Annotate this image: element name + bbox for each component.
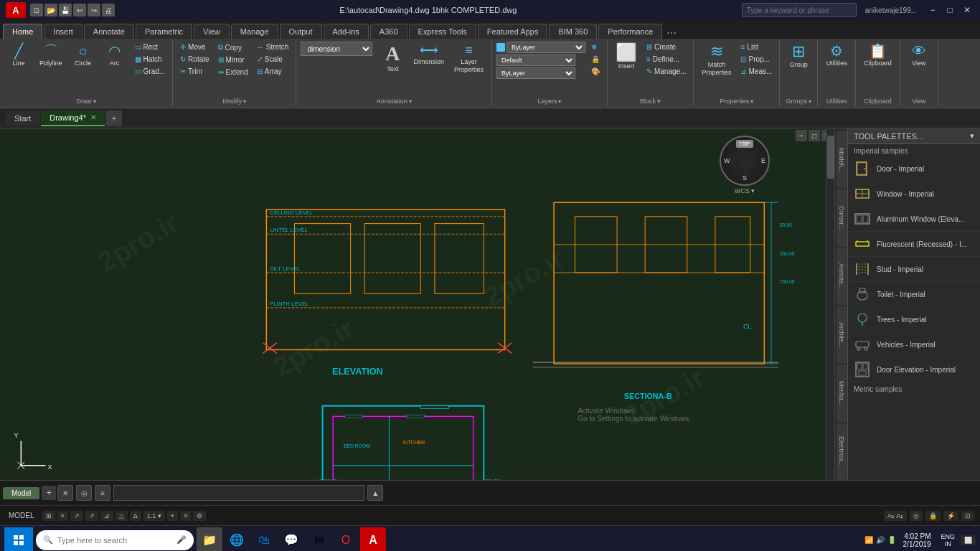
tp-item-vehicles[interactable]: Vehicles - Imperial xyxy=(848,332,980,357)
tp-item-door[interactable]: Door - Imperial xyxy=(848,156,980,182)
ortho-toggle[interactable]: ↗ xyxy=(70,511,83,521)
insert-button[interactable]: ⬜ Insert xyxy=(612,42,641,72)
tab-a360[interactable]: A360 xyxy=(370,24,407,39)
dimension-button[interactable]: ⟷ Dimension xyxy=(410,42,448,68)
tp-item-door-elevation[interactable]: Door Elevation - Imperial xyxy=(848,357,980,382)
freeze-btn[interactable]: ❄ xyxy=(588,42,603,52)
taskbar-store[interactable]: 🛍 xyxy=(251,527,277,552)
close-button[interactable]: ✕ xyxy=(960,3,974,17)
move-btn[interactable]: ✛ Move xyxy=(177,42,212,52)
bylayer-linetype[interactable]: ByLayer xyxy=(496,67,575,79)
tab-performance[interactable]: Performance xyxy=(598,24,662,39)
qa-open[interactable]: 📂 xyxy=(44,4,57,17)
taskbar-clock[interactable]: 4:02 PM 2/1/2019 xyxy=(899,532,936,548)
define-attr-btn[interactable]: ≡ Define... xyxy=(644,54,689,65)
scale-btn[interactable]: ⤢ Scale xyxy=(254,54,292,65)
tray-network[interactable]: 📶 xyxy=(864,536,873,544)
text-button[interactable]: A Text xyxy=(378,42,407,75)
maximize-button[interactable]: □ xyxy=(943,3,957,17)
minimize-viewport[interactable]: − xyxy=(796,130,807,141)
hatch-btn[interactable]: ▦ Hatch xyxy=(132,54,169,65)
layout-add-button[interactable]: + xyxy=(42,486,56,500)
tab-express[interactable]: Express Tools xyxy=(409,24,476,39)
tray-speaker[interactable]: 🔊 xyxy=(876,536,885,544)
doc-tab-drawing4[interactable]: Drawing4* ✕ xyxy=(41,110,105,126)
extend-btn[interactable]: ⇔ Extend xyxy=(215,67,251,77)
scrollbar-thumb[interactable] xyxy=(827,136,834,179)
default-dropdown[interactable]: Default xyxy=(496,55,575,66)
command-btn2[interactable]: ◎ xyxy=(76,485,92,501)
command-expand[interactable]: ▲ xyxy=(367,485,383,501)
stretch-btn[interactable]: ↔ Stretch xyxy=(254,42,292,52)
utilities-button[interactable]: ⚙ Utilities xyxy=(822,42,851,70)
array-btn[interactable]: ⊟ Array xyxy=(254,66,292,77)
byLayer-dropdown[interactable]: ByLayer xyxy=(507,42,585,53)
polar-toggle[interactable]: ↗ xyxy=(85,511,98,521)
clipboard-button[interactable]: 📋 Clipboard xyxy=(860,42,895,70)
properties-btn[interactable]: ⊟ Prop... xyxy=(738,54,775,65)
hardware-accel-btn[interactable]: ⚡ xyxy=(943,511,958,521)
qa-new[interactable]: 🗋 xyxy=(30,4,43,17)
view-button[interactable]: 👁 View xyxy=(905,42,933,70)
drawing4-close-icon[interactable]: ✕ xyxy=(90,113,96,121)
rotate-btn[interactable]: ↻ Rotate xyxy=(177,54,212,65)
tab-parametric[interactable]: Parametric xyxy=(136,24,192,39)
lock-btn[interactable]: 🔒 xyxy=(588,54,603,65)
qa-save[interactable]: 💾 xyxy=(59,4,72,17)
layer-dropdown[interactable]: dimension xyxy=(301,42,372,56)
tp-item-trees[interactable]: Trees - Imperial xyxy=(848,307,980,332)
tool-palettes-header[interactable]: TOOL PALETTES... ▾ xyxy=(848,128,980,144)
doc-tab-start[interactable]: Start xyxy=(6,111,39,126)
tab-addins[interactable]: Add-ins xyxy=(324,24,369,39)
tp-item-toilet[interactable]: Toilet - Imperial xyxy=(848,282,980,307)
lock-ui-btn[interactable]: 🔒 xyxy=(925,511,941,521)
palette-tab-mecha[interactable]: Mecha... xyxy=(837,364,847,421)
gradient-btn[interactable]: ▭ Grad... xyxy=(132,66,169,77)
maximize-viewport[interactable]: □ xyxy=(809,130,820,141)
palette-tab-annota[interactable]: Annota... xyxy=(837,248,847,305)
create-block-btn[interactable]: ⊞ Create xyxy=(644,42,689,52)
arc-button[interactable]: ◠ Arc xyxy=(100,42,129,70)
new-tab-button[interactable]: + xyxy=(106,110,122,126)
taskbar-edge[interactable]: 🌐 xyxy=(224,527,250,552)
model-tab[interactable]: Model xyxy=(3,487,39,499)
color-btn[interactable]: 🎨 xyxy=(588,66,603,77)
tab-manage[interactable]: Manage xyxy=(231,24,278,39)
minimize-button[interactable]: − xyxy=(925,3,940,17)
palette-tab-modeli[interactable]: Modeli... xyxy=(837,131,847,188)
taskbar-opera[interactable]: O xyxy=(333,527,359,552)
ribbon-expand[interactable]: ⋯ xyxy=(666,27,677,39)
match-properties-button[interactable]: ≋ MatchProperties xyxy=(698,42,735,79)
tp-item-fluorescent[interactable]: Fluorescent (Recessed) - I... xyxy=(848,232,980,257)
navigation-cube[interactable]: TOP N S W E WCS ▾ xyxy=(720,136,770,194)
rectangle-btn[interactable]: ▭ Rect xyxy=(132,42,169,52)
tab-output[interactable]: Output xyxy=(280,24,322,39)
taskbar-whatsapp[interactable]: 💬 xyxy=(278,527,304,552)
taskbar-search-bar[interactable]: 🔍 🎤 xyxy=(36,530,194,550)
tray-battery[interactable]: 🔋 xyxy=(887,536,896,544)
tab-view[interactable]: View xyxy=(194,24,230,39)
tp-item-aluminum-window[interactable]: Aluminum Window (Eleva... xyxy=(848,207,980,232)
search-input[interactable] xyxy=(742,3,857,17)
snap-toggle[interactable]: ≡ xyxy=(57,511,68,521)
osnap-toggle[interactable]: ⊿ xyxy=(100,511,113,521)
tab-insert[interactable]: Insert xyxy=(44,24,83,39)
taskbar-autocad[interactable]: A xyxy=(360,527,386,552)
plus-btn[interactable]: + xyxy=(167,511,178,521)
tab-annotate[interactable]: Annotate xyxy=(84,24,134,39)
qa-redo[interactable]: ↪ xyxy=(88,4,100,17)
otrack-toggle[interactable]: △ xyxy=(116,511,128,521)
grid-toggle[interactable]: ⊞ xyxy=(42,511,55,521)
command-btn3[interactable]: ≡ xyxy=(95,485,110,501)
palette-tab-electrical[interactable]: Electrica... xyxy=(837,423,847,480)
mirror-btn[interactable]: ⊞ Mirror xyxy=(215,55,251,65)
palette-tab-archite[interactable]: Archite... xyxy=(837,306,847,363)
isolate-btn[interactable]: ◎ xyxy=(910,511,923,521)
clean-screen-btn[interactable]: ⊡ xyxy=(961,511,974,521)
edit-attr-btn[interactable]: ✎ Manage... xyxy=(644,66,689,77)
annotation-scale[interactable]: A₁ A₁ xyxy=(884,511,907,521)
tp-item-window[interactable]: Window - Imperial xyxy=(848,182,980,207)
taskbar-mail[interactable]: ✉ xyxy=(306,527,331,552)
taskbar-explorer[interactable]: 📁 xyxy=(197,527,222,552)
command-btn1[interactable]: ✕ xyxy=(57,485,73,501)
